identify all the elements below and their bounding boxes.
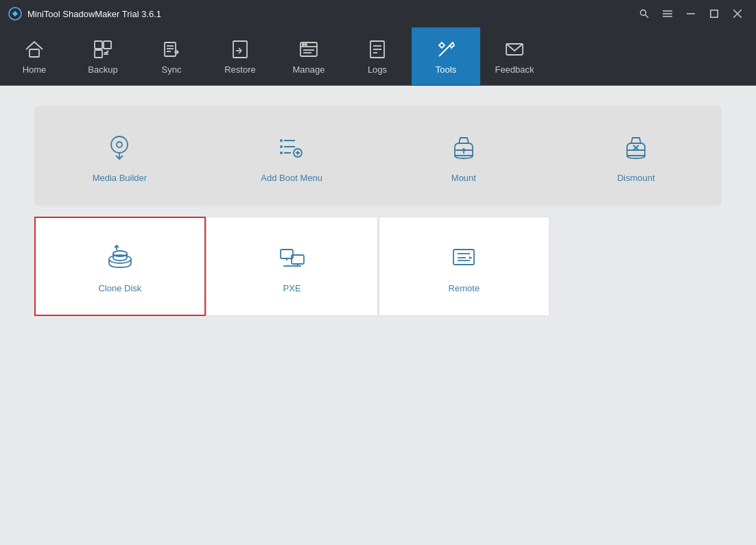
tool-pxe-label: PXE [283,283,301,293]
nav-backup-label: Backup [88,64,117,75]
svg-line-2 [646,15,649,19]
app-title: MiniTool ShadowMaker Trial 3.6.1 [27,9,161,19]
menu-button[interactable] [657,6,678,21]
search-button[interactable] [634,6,654,21]
feedback-icon [504,38,525,60]
title-bar: MiniTool ShadowMaker Trial 3.6.1 [0,0,756,27]
remote-icon [446,239,482,275]
app-logo [8,7,22,21]
backup-icon [92,38,114,60]
nav-tools[interactable]: Tools [412,27,480,85]
tool-pxe[interactable]: PXE [206,217,378,316]
add-boot-menu-icon [274,129,309,165]
nav-tools-label: Tools [436,64,456,75]
svg-rect-7 [711,10,718,18]
nav-manage[interactable]: Manage [274,27,343,85]
svg-point-22 [305,43,307,45]
svg-point-1 [641,10,646,16]
restore-icon [229,38,251,60]
nav-feedback[interactable]: Feedback [480,27,549,85]
main-content: Media Builder Add Boot Menu [0,86,756,545]
tool-add-boot-menu-label: Add Boot Menu [261,173,322,183]
svg-point-39 [280,145,283,148]
tool-clone-disk-label: Clone Disk [98,283,141,293]
home-icon [23,38,45,60]
nav-restore-label: Restore [224,64,256,75]
nav-bar: Home Backup Sync Restore [0,27,756,86]
svg-rect-13 [95,50,102,58]
svg-point-38 [280,139,283,142]
nav-feedback-label: Feedback [495,64,534,75]
manage-icon [298,38,320,60]
nav-sync[interactable]: Sync [137,27,206,85]
nav-restore[interactable]: Restore [206,27,274,85]
title-bar-controls [634,6,748,21]
tool-mount-label: Mount [451,173,476,183]
svg-point-21 [303,43,304,45]
nav-manage-label: Manage [293,64,325,75]
nav-backup[interactable]: Backup [69,27,137,85]
tool-media-builder[interactable]: Media Builder [34,106,206,206]
tool-remote-label: Remote [449,283,480,293]
tool-add-boot-menu[interactable]: Add Boot Menu [206,106,378,206]
nav-home[interactable]: Home [0,27,69,85]
empty-placeholder [550,217,722,316]
tools-row-1: Media Builder Add Boot Menu [34,106,722,206]
dismount-icon [618,129,654,165]
title-bar-left: MiniTool ShadowMaker Trial 3.6.1 [8,7,161,21]
tool-clone-disk[interactable]: Clone Disk [34,217,206,316]
logs-icon [366,38,388,60]
close-button[interactable] [727,6,748,21]
sync-icon [161,38,182,60]
media-builder-icon [102,129,137,165]
svg-point-30 [111,136,128,153]
svg-point-31 [117,142,122,147]
nav-home-label: Home [23,64,47,75]
svg-rect-12 [104,41,111,49]
svg-rect-10 [29,49,39,57]
minimize-button[interactable] [681,6,701,21]
tool-remote[interactable]: Remote [379,217,550,316]
tools-icon [435,38,457,60]
mount-icon [446,129,482,165]
svg-rect-11 [95,41,102,49]
tool-media-builder-label: Media Builder [93,173,147,183]
maximize-button[interactable] [704,6,724,21]
svg-rect-14 [165,43,176,56]
nav-sync-label: Sync [162,64,182,75]
nav-logs-label: Logs [368,64,387,75]
svg-point-40 [280,152,283,154]
tool-dismount-label: Dismount [617,173,655,183]
tool-mount[interactable]: Mount [379,106,550,206]
clone-disk-icon [102,239,138,275]
pxe-icon [274,239,310,275]
nav-logs[interactable]: Logs [343,27,412,85]
tools-row-2: Clone Disk PXE [34,217,722,316]
tool-dismount[interactable]: Dismount [550,106,722,206]
